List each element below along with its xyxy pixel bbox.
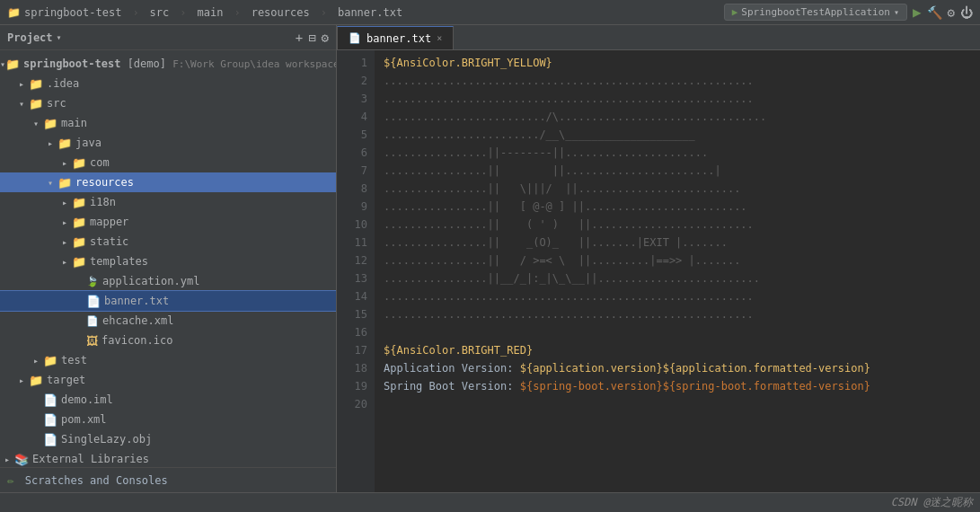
path-resources[interactable]: resources	[252, 6, 310, 19]
arrow-java: ▸	[43, 138, 57, 148]
code-line-13: ................||__/_|:_|\_\__||.......…	[384, 269, 980, 287]
path-src[interactable]: src	[150, 6, 170, 19]
sidebar-chevron[interactable]: ▾	[57, 32, 62, 42]
editor-tabs: 📄 banner.txt ×	[337, 25, 980, 50]
file-icon-singlelazy-obj: 📄	[43, 433, 57, 446]
tree-item-target[interactable]: ▸ 📁 target	[0, 370, 336, 390]
tree-item-application-yml[interactable]: 🍃 application.yml	[0, 271, 336, 291]
code-editor[interactable]: ${AnsiColor.BRIGHT_YELLOW}..............…	[375, 50, 980, 492]
arrow-banner-txt	[72, 296, 86, 306]
editor-content: 12345 678910 1112131415 1617181920 ${Ans…	[337, 50, 980, 492]
code-line-14: ........................................…	[384, 287, 980, 305]
tab-label: banner.txt	[366, 32, 431, 45]
label-i18n: i18n	[90, 196, 116, 208]
label-singlelazy-obj: SingleLazy.obj	[61, 433, 152, 446]
arrow-singlelazy-obj	[29, 435, 43, 445]
project-icon: 📁	[7, 6, 21, 19]
code-line-6: ................||--------||............…	[384, 144, 980, 162]
file-icon-application-yml: 🍃	[86, 276, 99, 287]
code-line-2: ........................................…	[384, 72, 980, 90]
tree-item-com[interactable]: ▸ 📁 com	[0, 153, 336, 172]
code-line-16	[384, 323, 980, 341]
sidebar-actions: + ⊟ ⚙	[296, 31, 329, 44]
arrow-test: ▸	[29, 356, 43, 366]
tree-item-static[interactable]: ▸ 📁 static	[0, 232, 336, 252]
tree-item-ehcache-xml[interactable]: 📄 ehcache.xml	[0, 311, 336, 331]
build-button[interactable]: 🔨	[927, 5, 942, 20]
settings-button[interactable]: ⚙	[948, 5, 955, 20]
label-java: java	[75, 137, 102, 149]
arrow-ehcache-xml	[72, 316, 86, 326]
tab-close-button[interactable]: ×	[437, 33, 442, 43]
project-name[interactable]: 📁 springboot-test	[7, 6, 121, 19]
collapse-button[interactable]: ⊟	[308, 31, 315, 44]
tree-item-banner-txt[interactable]: 📄 banner.txt	[0, 291, 336, 311]
file-tree: ▾ 📁 springboot-test [demo] F:\Work Group…	[0, 50, 336, 467]
file-icon-banner-txt: 📄	[86, 295, 101, 308]
power-button[interactable]: ⏻	[960, 5, 973, 20]
label-application-yml: application.yml	[102, 275, 199, 287]
tree-item-main[interactable]: ▾ 📁 main	[0, 113, 336, 133]
arrow-templates: ▸	[57, 257, 72, 267]
arrow-com: ▸	[57, 158, 72, 168]
settings-gear-icon[interactable]: ⚙	[322, 31, 329, 44]
label-templates: templates	[90, 255, 148, 268]
tree-item-java[interactable]: ▸ 📁 java	[0, 133, 336, 153]
folder-icon-main: 📁	[43, 117, 57, 130]
folder-icon-resources: 📁	[57, 176, 72, 190]
tab-banner-txt[interactable]: 📄 banner.txt ×	[337, 26, 454, 49]
folder-icon-root: 📁	[5, 57, 20, 71]
file-icon-pom-xml: 📄	[43, 413, 57, 427]
editor-area: 📄 banner.txt × 12345 678910 1112131415 1…	[337, 25, 980, 492]
path-file[interactable]: banner.txt	[338, 6, 402, 19]
folder-icon-target: 📁	[29, 374, 43, 387]
label-demo-iml: demo.iml	[61, 393, 113, 406]
folder-icon-static: 📁	[72, 235, 86, 249]
label-mapper: mapper	[90, 216, 128, 228]
code-line-7: ................|| ||...................…	[384, 162, 980, 180]
code-line-8: ................|| \|||/ ||.............…	[384, 180, 980, 198]
code-line-4: ........................./\.............…	[384, 108, 980, 126]
arrow-i18n: ▸	[57, 198, 72, 207]
tree-item-favicon-ico[interactable]: 🖼 favicon.ico	[0, 331, 336, 350]
run-button[interactable]: ▶	[913, 4, 922, 21]
tab-file-icon: 📄	[349, 32, 361, 44]
sidebar-bottom[interactable]: ✏ Scratches and Consoles	[0, 467, 336, 492]
run-config[interactable]: ▶ SpringbootTestApplication ▾	[724, 4, 907, 21]
tree-item-i18n[interactable]: ▸ 📁 i18n	[0, 192, 336, 212]
arrow-external-libraries: ▸	[0, 455, 14, 464]
sidebar: Project ▾ + ⊟ ⚙ ▾ 📁 springboot-test [dem…	[0, 25, 337, 492]
code-line-18: Application Version: ${application.versi…	[384, 359, 980, 377]
tree-item-demo-iml[interactable]: 📄 demo.iml	[0, 390, 336, 410]
sidebar-title: Project ▾	[7, 31, 62, 44]
path-sep-4: ›	[321, 6, 327, 19]
code-line-9: ................|| [ @-@ ] ||...........…	[384, 198, 980, 216]
tree-item-mapper[interactable]: ▸ 📁 mapper	[0, 212, 336, 232]
tree-item-root[interactable]: ▾ 📁 springboot-test [demo] F:\Work Group…	[0, 54, 336, 74]
tree-item-templates[interactable]: ▸ 📁 templates	[0, 252, 336, 271]
label-pom-xml: pom.xml	[61, 413, 107, 426]
tree-item-resources[interactable]: ▾ 📁 resources	[0, 172, 336, 192]
arrow-application-yml	[72, 277, 86, 287]
arrow-mapper: ▸	[57, 217, 72, 227]
folder-icon-i18n: 📁	[72, 196, 86, 209]
label-external-libraries: External Libraries	[32, 453, 149, 465]
label-main: main	[61, 117, 87, 129]
tree-item-singlelazy-obj[interactable]: 📄 SingleLazy.obj	[0, 429, 336, 449]
tree-item-test[interactable]: ▸ 📁 test	[0, 350, 336, 370]
tree-item-external-libraries[interactable]: ▸ 📚 External Libraries	[0, 449, 336, 467]
arrow-src: ▾	[14, 99, 29, 109]
tree-item-pom-xml[interactable]: 📄 pom.xml	[0, 410, 336, 429]
run-config-chevron: ▾	[894, 7, 899, 17]
tree-item-idea[interactable]: ▸ 📁 .idea	[0, 74, 336, 93]
main-area: Project ▾ + ⊟ ⚙ ▾ 📁 springboot-test [dem…	[0, 25, 980, 492]
folder-icon-com: 📁	[72, 156, 86, 170]
file-icon-demo-iml: 📄	[43, 393, 57, 407]
add-button[interactable]: +	[296, 31, 303, 44]
tree-item-src[interactable]: ▾ 📁 src	[0, 93, 336, 113]
label-target: target	[47, 374, 85, 386]
run-controls: ▶ SpringbootTestApplication ▾ ▶ 🔨 ⚙ ⏻	[724, 4, 973, 21]
label-favicon-ico: favicon.ico	[102, 334, 172, 347]
folder-icon-mapper: 📁	[72, 216, 86, 229]
path-main[interactable]: main	[198, 6, 224, 19]
